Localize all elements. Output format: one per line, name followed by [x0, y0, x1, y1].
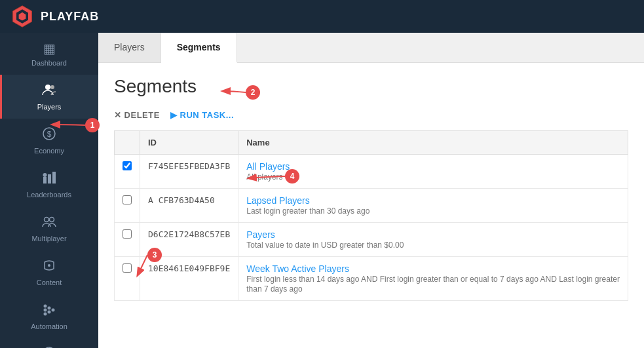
row-checkbox-0	[115, 155, 140, 189]
tab-players[interactable]: Players	[98, 33, 161, 62]
sidebar-label-leaderboards: Leaderboards	[27, 191, 71, 199]
main-layout: ▦ Dashboard Players $ Economy	[0, 33, 644, 348]
sidebar-label-content: Content	[37, 279, 62, 286]
row-name-0: All PlayersAll players	[238, 155, 628, 189]
row-checkbox-3	[115, 257, 140, 301]
toolbar: ✕ DELETE ▶ RUN TASK...	[114, 110, 628, 120]
svg-point-14	[44, 305, 47, 308]
page-title: Segments	[114, 76, 628, 97]
players-icon	[42, 83, 56, 100]
col-header-checkbox	[115, 131, 140, 155]
content-area: Players Segments Segments ✕ DELETE ▶ RUN…	[98, 33, 644, 348]
row-checkbox-1	[115, 189, 140, 223]
sidebar-label-multiplayer: Multiplayer	[31, 235, 66, 242]
row-description-0: All players	[246, 172, 282, 182]
row-id-0: F745EFE5FBEDA3FB	[140, 155, 238, 189]
table-row: A CFB763D4A50Lapsed PlayersLast login gr…	[115, 189, 628, 223]
row-id-3: 10E8461E049FBF9E	[140, 257, 238, 301]
svg-rect-9	[52, 172, 56, 184]
playfab-logo-icon	[10, 5, 34, 28]
tabs-bar: Players Segments	[98, 33, 644, 63]
svg-rect-7	[43, 177, 47, 184]
row-name-link-0[interactable]: All Players	[246, 161, 620, 172]
app-name: PLAYFAB	[41, 10, 99, 24]
sidebar: ▦ Dashboard Players $ Economy	[0, 33, 98, 348]
automation-icon	[42, 302, 56, 320]
multiplayer-icon	[42, 214, 56, 232]
svg-point-12	[50, 218, 54, 222]
logo-area: PLAYFAB	[10, 5, 99, 28]
row-name-link-1[interactable]: Lapsed Players	[246, 195, 620, 206]
sidebar-label-economy: Economy	[34, 147, 64, 155]
checkbox-1[interactable]	[123, 195, 132, 204]
col-header-name: Name	[238, 131, 628, 155]
top-navbar: PLAYFAB	[0, 0, 644, 33]
tab-segments[interactable]: Segments	[161, 33, 237, 63]
content-icon	[42, 258, 56, 276]
row-id-1: A CFB763D4A50	[140, 189, 238, 223]
svg-point-11	[45, 218, 49, 222]
svg-point-15	[44, 309, 47, 312]
sidebar-item-players[interactable]: Players	[0, 75, 98, 119]
row-name-link-3[interactable]: Week Two Active Players	[246, 263, 620, 274]
sidebar-label-players: Players	[37, 103, 62, 111]
page-content: Segments ✕ DELETE ▶ RUN TASK... ID Name …	[98, 63, 644, 348]
checkbox-0[interactable]	[123, 161, 132, 170]
svg-rect-8	[48, 174, 51, 184]
row-description-2: Total value to date in USD greater than …	[246, 241, 404, 250]
row-description-3: First login less than 14 days ago AND Fi…	[246, 275, 620, 294]
table-row: F745EFE5FBEDA3FBAll PlayersAll players	[115, 155, 628, 189]
row-checkbox-2	[115, 223, 140, 257]
table-row: 10E8461E049FBF9EWeek Two Active PlayersF…	[115, 257, 628, 301]
row-name-1: Lapsed PlayersLast login greater than 30…	[238, 189, 628, 223]
row-name-2: PayersTotal value to date in USD greater…	[238, 223, 628, 257]
row-id-2: D6C2E1724B8C57EB	[140, 223, 238, 257]
svg-point-13	[48, 264, 50, 267]
leaderboards-icon	[42, 170, 56, 188]
svg-point-17	[48, 307, 51, 310]
table-header-row: ID Name	[115, 131, 628, 155]
row-name-3: Week Two Active PlayersFirst login less …	[238, 257, 628, 301]
sidebar-item-multiplayer[interactable]: Multiplayer	[0, 206, 98, 250]
svg-point-18	[48, 311, 51, 314]
sidebar-item-analytics[interactable]: Analytics	[0, 338, 98, 348]
svg-point-10	[43, 173, 47, 177]
sidebar-item-automation[interactable]: Automation	[0, 294, 98, 338]
checkbox-2[interactable]	[123, 229, 132, 239]
run-task-button[interactable]: ▶ RUN TASK...	[170, 110, 234, 120]
col-header-id: ID	[140, 131, 238, 155]
economy-icon: $	[42, 126, 56, 144]
sidebar-label-dashboard: Dashboard	[31, 59, 67, 67]
svg-text:$: $	[47, 130, 52, 139]
row-description-1: Last login greater than 30 days ago	[246, 206, 369, 216]
segments-table: ID Name F745EFE5FBEDA3FBAll PlayersAll p…	[114, 130, 628, 301]
dashboard-icon: ▦	[43, 41, 56, 56]
svg-point-3	[45, 85, 50, 90]
sidebar-item-dashboard[interactable]: ▦ Dashboard	[0, 33, 98, 75]
svg-point-4	[50, 85, 54, 89]
checkbox-3[interactable]	[123, 263, 132, 273]
row-name-link-2[interactable]: Payers	[246, 229, 620, 240]
svg-point-19	[52, 309, 55, 312]
table-row: D6C2E1724B8C57EBPayersTotal value to dat…	[115, 223, 628, 257]
svg-point-16	[44, 313, 47, 316]
delete-button[interactable]: ✕ DELETE	[114, 110, 160, 120]
sidebar-item-leaderboards[interactable]: Leaderboards	[0, 163, 98, 206]
sidebar-label-automation: Automation	[31, 322, 67, 330]
sidebar-item-content[interactable]: Content	[0, 250, 98, 294]
sidebar-item-economy[interactable]: $ Economy	[0, 119, 98, 163]
